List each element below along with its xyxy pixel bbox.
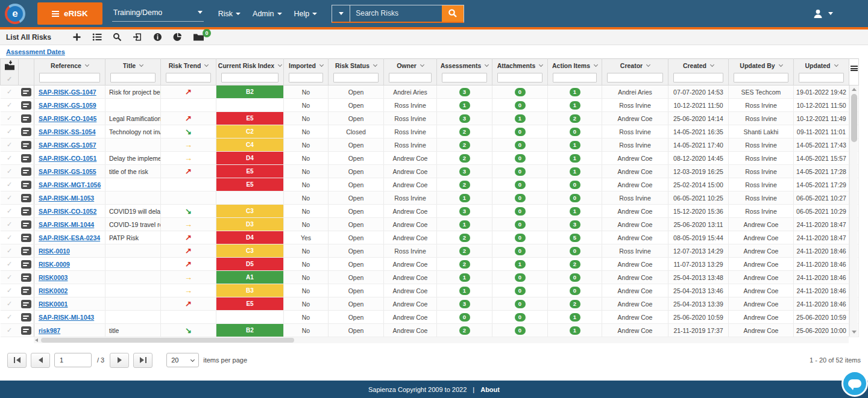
assessments-badge[interactable]: 2 — [459, 181, 470, 189]
filter-updated-input[interactable] — [799, 73, 844, 82]
sort-chevron-icon[interactable] — [646, 63, 650, 67]
about-link[interactable]: About — [480, 386, 500, 393]
reference-link[interactable]: SAP-RISK-SS-1054 — [39, 128, 96, 135]
assessments-badge[interactable]: 3 — [459, 88, 470, 96]
last-page-button[interactable] — [133, 353, 153, 368]
open-risk-button[interactable] — [21, 287, 31, 295]
filter-assessments-input[interactable] — [442, 73, 487, 82]
filter-action-items-input[interactable] — [553, 73, 597, 82]
assessments-badge[interactable]: 2 — [459, 234, 470, 242]
column-header-attachments[interactable]: Attachments — [492, 59, 548, 86]
info-button[interactable] — [148, 33, 168, 42]
reference-link[interactable]: RISK0003 — [39, 274, 68, 281]
sort-chevron-icon[interactable] — [278, 63, 282, 67]
attachments-badge[interactable]: 0 — [515, 313, 526, 322]
row-select-cell[interactable] — [1, 112, 19, 125]
row-select-cell[interactable] — [1, 311, 19, 324]
sort-chevron-icon[interactable] — [539, 63, 543, 67]
attachments-badge[interactable]: 1 — [515, 114, 526, 123]
assessments-badge[interactable]: 1 — [459, 273, 470, 282]
reference-link[interactable]: RISK-0010 — [39, 247, 70, 255]
filter-attachments-input[interactable] — [497, 73, 542, 82]
attachments-badge[interactable]: 0 — [515, 207, 526, 216]
open-risk-button[interactable] — [21, 101, 31, 110]
open-risk-button[interactable] — [21, 247, 31, 255]
reference-link[interactable]: RISK-0009 — [39, 261, 70, 268]
column-menu-button[interactable] — [849, 59, 859, 86]
reference-link[interactable]: SAP-RISK-GS-1059 — [39, 102, 96, 109]
row-select-cell[interactable] — [1, 244, 19, 258]
search-scope-button[interactable] — [332, 5, 350, 22]
reference-link[interactable]: SAP-RISK-CO-1051 — [39, 155, 96, 162]
reference-link[interactable]: SAP-RISK-GS-1047 — [39, 89, 96, 96]
reference-link[interactable]: SAP-RISK-CO-1045 — [39, 115, 96, 122]
row-select-cell[interactable] — [1, 231, 19, 244]
filter-updated-by-input[interactable] — [734, 73, 788, 82]
attachments-badge[interactable]: 0 — [515, 181, 526, 189]
prev-page-button[interactable] — [31, 353, 50, 368]
action-items-badge[interactable]: 0 — [570, 194, 580, 202]
assessments-badge[interactable]: 3 — [459, 167, 470, 176]
column-header-title[interactable]: Title — [105, 59, 161, 86]
assessments-badge[interactable]: 2 — [459, 326, 470, 335]
folder-button[interactable]: 0 — [187, 33, 210, 42]
action-items-badge[interactable]: 1 — [570, 326, 580, 335]
assessments-badge[interactable]: 1 — [459, 287, 470, 295]
erisk-menu-button[interactable]: eRISK — [37, 2, 102, 25]
assessments-badge[interactable]: 2 — [459, 141, 470, 149]
nav-item-admin[interactable]: Admin — [247, 5, 288, 23]
column-header-owner[interactable]: Owner — [384, 59, 437, 86]
row-select-cell[interactable] — [1, 284, 19, 297]
row-select-cell[interactable] — [1, 324, 19, 337]
add-risk-button[interactable] — [67, 33, 87, 42]
reference-link[interactable]: SAP-RISK-MGT-1056 — [39, 181, 101, 188]
attachments-badge[interactable]: 0 — [515, 88, 526, 96]
column-header-action-items[interactable]: Action Items — [548, 59, 602, 86]
row-select-cell[interactable] — [1, 165, 19, 178]
open-risk-button[interactable] — [21, 181, 31, 189]
open-risk-button[interactable] — [21, 273, 31, 282]
column-header-risk-status[interactable]: Risk Status — [329, 59, 384, 86]
assessments-badge[interactable]: 2 — [459, 247, 470, 255]
page-number-input[interactable] — [54, 353, 92, 367]
vertical-scrollbar[interactable] — [849, 86, 858, 336]
import-risk-button[interactable] — [127, 33, 148, 42]
column-header-assessments[interactable]: Assessments — [437, 59, 492, 86]
page-size-select[interactable]: 20 — [166, 353, 199, 367]
open-risk-button[interactable] — [21, 326, 31, 335]
assessments-badge[interactable]: 1 — [459, 101, 470, 110]
assessments-badge[interactable]: 1 — [459, 220, 470, 229]
scroll-left-icon[interactable] — [35, 338, 38, 342]
action-items-badge[interactable]: 1 — [570, 154, 580, 163]
action-items-badge[interactable]: 1 — [570, 167, 580, 176]
first-page-button[interactable] — [7, 353, 27, 368]
action-items-badge[interactable]: 0 — [570, 181, 580, 189]
sort-chevron-icon[interactable] — [834, 63, 838, 67]
attachments-badge[interactable]: 0 — [515, 273, 526, 282]
action-items-badge[interactable]: 2 — [570, 300, 580, 308]
filter-created-input[interactable] — [673, 73, 723, 82]
action-items-badge[interactable]: 0 — [570, 273, 580, 282]
assessments-badge[interactable]: 2 — [459, 154, 470, 163]
open-risk-button[interactable] — [21, 300, 31, 308]
search-risks-button[interactable] — [107, 33, 127, 42]
open-risk-button[interactable] — [21, 313, 31, 322]
search-submit-button[interactable] — [442, 5, 464, 22]
row-select-cell[interactable] — [1, 205, 19, 218]
filter-imported-input[interactable] — [289, 73, 323, 82]
action-items-badge[interactable]: 1 — [570, 313, 580, 322]
action-items-badge[interactable]: 3 — [570, 220, 580, 229]
open-risk-button[interactable] — [21, 194, 31, 202]
attachments-badge[interactable]: 0 — [515, 234, 526, 242]
reference-link[interactable]: SAP-RISK-CO-1052 — [39, 208, 96, 215]
pie-chart-button[interactable] — [168, 33, 187, 42]
open-risk-button[interactable] — [21, 141, 31, 149]
reference-link[interactable]: SAP-RISK-MI-1044 — [39, 221, 94, 228]
column-header-risk-trend[interactable]: Risk Trend — [161, 59, 216, 86]
reference-link[interactable]: RISK0002 — [39, 287, 68, 294]
sort-chevron-icon[interactable] — [710, 63, 714, 67]
row-select-cell[interactable] — [1, 178, 19, 191]
vertical-scroll-thumb[interactable] — [851, 94, 857, 142]
assessments-badge[interactable]: 2 — [459, 128, 470, 136]
assessments-badge[interactable]: 3 — [459, 114, 470, 123]
